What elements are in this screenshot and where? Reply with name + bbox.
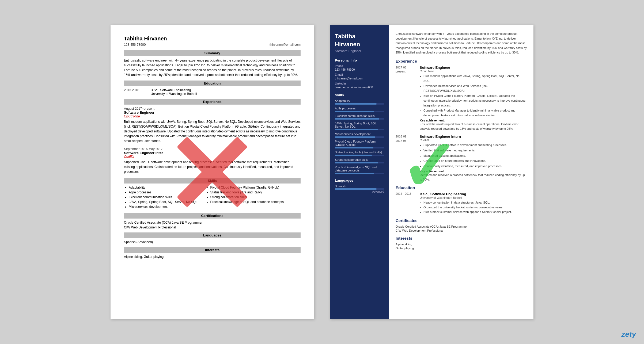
skill-item: Excellent communication skills (129, 195, 198, 199)
bullet: Built modern applications with JAVA, Spr… (423, 74, 527, 83)
bullet: Organized the university hackathon in tw… (423, 205, 527, 210)
bullet: Built a mock customer service web app fo… (423, 210, 527, 215)
right-exp1-bullets: Built modern applications with JAVA, Spr… (420, 74, 527, 118)
right-edu-school: University of Washington Bothell (420, 196, 527, 199)
left-edu-degree: B.Sc., Software Engineering (151, 88, 197, 92)
bullet: Collaborated on future projects and inno… (423, 159, 527, 163)
skill-item: Pivotal Cloud Foundry Platform (Gradle, … (210, 186, 284, 189)
bullet: Developed microservices and Web Services… (423, 84, 527, 93)
left-edu-years: 2013 2016 (124, 88, 145, 96)
skill-bar-fill (335, 136, 375, 138)
skill-name: Agile processes (335, 107, 384, 110)
skill-bar-bg (335, 147, 384, 148)
right-name-line2: Hirvanen (335, 41, 384, 48)
skill-name: Pivotal Cloud Foundry Platform (Gradle, … (335, 140, 384, 146)
lang-level: Advanced (335, 190, 384, 193)
right-email-label: E-mail (335, 73, 384, 76)
right-exp1-key-text: Ensured the uninterrupted flow of busine… (420, 122, 527, 131)
left-exp2-desc: Supported CodEX software development and… (124, 160, 301, 174)
bullet: Maintained existing applications. (423, 154, 527, 158)
left-resume-name: Tabitha Hirvanen (124, 36, 301, 42)
right-sidebar: Tabitha Hirvanen Software Engineer Perso… (330, 25, 389, 319)
left-summary-text: Enthusiastic software engineer with 4+ y… (124, 58, 301, 77)
left-exp2-title: Software Engineer Inter (124, 151, 301, 155)
left-edu-school: University of Washington Bothell (151, 92, 197, 96)
skill-pcf: Pivotal Cloud Foundry Platform (Gradle, … (335, 140, 384, 148)
skill-bar-bg (335, 118, 384, 120)
skill-java: JAVA, Spring, Spring Boot, SQL Server, N… (335, 122, 384, 130)
left-email: thirvanen@email.com (270, 43, 301, 47)
right-exp2-title: Software Engineer Intern (420, 135, 527, 139)
skill-item: Status tracking tools (Jira and Rally) (210, 190, 284, 194)
left-skills-col2: Pivotal Cloud Foundry Platform (Gradle, … (206, 186, 284, 210)
skill-name: Adaptability (335, 99, 384, 102)
right-exp1-date: 2017-08 - present (396, 66, 417, 131)
left-phone: 123-456-78900 (124, 43, 146, 47)
right-interests-title: Interests (396, 236, 527, 240)
zety-logo: zety (622, 330, 636, 339)
bullet: Continuously identified, measured, and i… (423, 164, 527, 169)
left-skills-header: Skills (124, 178, 301, 184)
skill-item: Agile processes (129, 190, 198, 194)
right-exp2-company: CodEX (420, 139, 527, 142)
right-cert-2: CIW Web Development Professional (396, 229, 527, 232)
left-exp2-date: September 2016 May 2017 (124, 147, 301, 151)
right-personal-info-title: Personal Info (335, 58, 384, 62)
right-interest-2: Guitar playing (396, 247, 527, 250)
skill-name: Microservices development (335, 132, 384, 136)
skill-name: Excellent communication skills (335, 114, 384, 117)
right-exp1-title: Software Engineer (420, 66, 527, 70)
skill-bar-bg (335, 173, 384, 174)
skill-bar-fill (335, 173, 374, 174)
skill-collab: Strong collaboration skills (335, 158, 384, 163)
left-exp1-date: August 2017–present (124, 107, 301, 110)
main-container: Tabitha Hirvanen 123-456-78900 thirvanen… (0, 0, 644, 344)
skill-bar-bg (335, 136, 384, 138)
left-skills-cols: Adaptability Agile processes Excellent c… (124, 186, 301, 210)
left-exp2-company: CodEX (124, 155, 301, 159)
skill-bar-fill (335, 155, 372, 156)
right-linkedin-label: LinkedIn (335, 82, 384, 85)
skill-name: Status tracking tools (Jira and Rally) (335, 151, 384, 154)
right-exp2-details: Software Engineer Intern CodEX Supported… (420, 135, 527, 182)
left-exp-header: Experience (124, 99, 301, 105)
right-edu-details: B.Sc., Software Engineering University o… (420, 192, 527, 215)
right-exp2-date: 2016-09 - 2017-05 (396, 135, 417, 182)
right-cert-title: Certificates (396, 218, 527, 223)
right-main-content: Enthusiastic software engineer with 4+ y… (389, 25, 533, 319)
right-exp-1: 2017-08 - present Software Engineer Clou… (396, 66, 527, 131)
right-edu-1: 2014 - 2016 B.Sc., Software Engineering … (396, 192, 527, 215)
skill-item: Adaptability (129, 186, 198, 189)
skill-status: Status tracking tools (Jira and Rally) (335, 151, 384, 156)
skill-name: JAVA, Spring, Spring Boot, SQL Server, N… (335, 122, 384, 128)
skill-bar-fill (335, 118, 379, 120)
right-phone: 123-456-78900 (335, 68, 384, 71)
right-edu-title: Education (396, 185, 527, 190)
left-resume-contact: 123-456-78900 thirvanen@email.com (124, 43, 301, 47)
lang-spanish: Spanish Advanced (335, 185, 384, 193)
lang-bar-bg (335, 188, 384, 190)
left-exp-2: September 2016 May 2017 Software Enginee… (124, 147, 301, 174)
right-linkedin: linkedin.com/in/nhirvanen600 (335, 86, 384, 89)
left-cert-list: Oracle Certified Associate (OCA) Java SE… (124, 221, 301, 229)
skill-item: JAVA, Spring, Spring Boot, SQL Server, N… (129, 200, 198, 204)
skill-bar-fill (335, 162, 378, 163)
skill-bar-bg (335, 103, 384, 105)
skill-bar-bg (335, 129, 384, 130)
skill-item: Microservices development (129, 205, 198, 209)
left-summary-header: Summary (124, 50, 301, 56)
bullet: Supported CodEX software development and… (423, 143, 527, 148)
lang-bar-fill (335, 188, 377, 190)
skill-item: Strong collaboration skills (210, 195, 284, 199)
bullet: Built on Pivotal Cloud Foundry Platform … (423, 94, 527, 108)
right-title: Software Engineer (335, 49, 384, 53)
right-exp2-key-label: Key achievement: (420, 170, 527, 173)
skill-bar-bg (335, 155, 384, 156)
left-edu-details: B.Sc., Software Engineering University o… (151, 88, 197, 96)
right-exp1-key-label: Key achievement: (420, 119, 527, 122)
right-exp2-bullets: Supported CodEX software development and… (420, 143, 527, 169)
left-exp1-company: Cloud Nine (124, 114, 301, 118)
skill-bar-bg (335, 111, 384, 112)
left-skills-col1: Adaptability Agile processes Excellent c… (124, 186, 198, 210)
bullet: Heavy concentration in data structures, … (423, 200, 527, 205)
